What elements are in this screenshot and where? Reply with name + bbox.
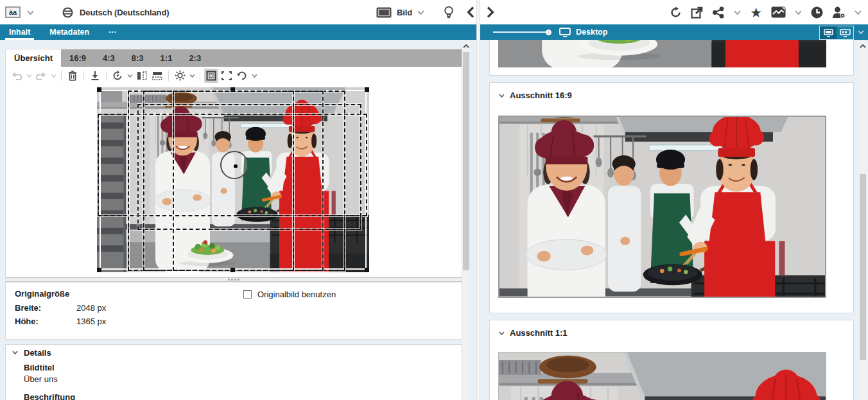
editor-image[interactable] bbox=[97, 87, 369, 272]
crop-frame-button[interactable] bbox=[220, 69, 234, 83]
chevron-right-icon[interactable] bbox=[487, 6, 494, 18]
crop-handle-s[interactable] bbox=[230, 268, 235, 272]
use-original-checkbox[interactable] bbox=[243, 290, 252, 299]
doc-type-label: Bild bbox=[397, 8, 412, 17]
chevron-down-icon[interactable] bbox=[858, 30, 864, 34]
language-compare-icon[interactable]: àa bbox=[5, 6, 21, 18]
preview-image-16-9[interactable] bbox=[498, 116, 826, 298]
preview-panel: Ausschnitt 16:9 Ausschnitt 1:1 bbox=[480, 40, 868, 400]
original-size-card: Originalgröße Breite: 2048 px Höhe: 1365… bbox=[5, 282, 462, 340]
left-scrollbar-thumb[interactable] bbox=[463, 52, 469, 270]
horizontal-splitter[interactable] bbox=[5, 277, 462, 282]
preview-toolbar: Desktop bbox=[480, 24, 868, 40]
ratio-tab-1-1[interactable]: 1:1 bbox=[152, 49, 181, 67]
crop-handle-se[interactable] bbox=[365, 268, 369, 272]
device-desktop-button[interactable] bbox=[820, 26, 837, 39]
chevron-down-icon[interactable] bbox=[855, 10, 862, 15]
delete-button[interactable] bbox=[65, 69, 80, 83]
chevron-down-icon[interactable] bbox=[188, 69, 196, 83]
tab-inhalt[interactable]: Inhalt bbox=[5, 24, 34, 40]
preview-card-1-1: Ausschnitt 1:1 bbox=[489, 320, 854, 400]
scroll-up-icon[interactable] bbox=[859, 42, 867, 51]
crop-handle-ne[interactable] bbox=[365, 87, 369, 92]
content-tab-bar: Inhalt Metadaten ··· bbox=[0, 24, 476, 40]
section-title-16-9[interactable]: Ausschnitt 16:9 bbox=[510, 91, 572, 100]
download-button[interactable] bbox=[88, 69, 102, 83]
collapse-chevron-icon[interactable] bbox=[12, 351, 18, 354]
height-label: Höhe: bbox=[15, 317, 39, 326]
star-icon[interactable]: ★ bbox=[750, 6, 762, 19]
chevron-down-icon[interactable] bbox=[126, 69, 134, 83]
original-size-heading: Originalgröße bbox=[15, 289, 69, 299]
tab-more[interactable]: ··· bbox=[105, 24, 121, 40]
app-window: àa Deutsch (Deutschland) Bild bbox=[0, 0, 868, 400]
preview-image-1-1[interactable] bbox=[498, 352, 826, 400]
chevron-left-icon[interactable] bbox=[467, 6, 474, 18]
details-heading[interactable]: Details bbox=[24, 348, 51, 358]
kitchen-photo bbox=[499, 117, 825, 297]
open-in-new-icon[interactable] bbox=[691, 6, 703, 19]
ratio-tab-4-3[interactable]: 4:3 bbox=[94, 49, 123, 67]
caption-label: Beschriftung bbox=[24, 392, 75, 400]
desktop-icon bbox=[559, 28, 571, 37]
kitchen-photo bbox=[499, 352, 826, 400]
ratio-tab-uebersicht[interactable]: Übersicht bbox=[6, 49, 61, 67]
right-scrollbar[interactable] bbox=[859, 42, 867, 400]
image-editor-stage bbox=[6, 84, 462, 277]
left-scrollbar[interactable] bbox=[462, 42, 470, 400]
globe-icon bbox=[62, 7, 73, 18]
flip-vertical-button[interactable] bbox=[150, 69, 164, 83]
chevron-down-icon[interactable] bbox=[49, 69, 57, 83]
undo-button[interactable] bbox=[10, 69, 24, 83]
device-comparison-button[interactable] bbox=[837, 26, 853, 39]
brightness-button[interactable] bbox=[173, 69, 187, 83]
chevron-down-icon[interactable] bbox=[417, 10, 424, 15]
width-label: Breite: bbox=[15, 303, 41, 313]
preview-card-16-9: Ausschnitt 16:9 bbox=[489, 82, 854, 313]
crop-handle-n[interactable] bbox=[230, 87, 235, 92]
chevron-down-icon[interactable] bbox=[250, 69, 258, 83]
image-title-value[interactable]: Über uns bbox=[24, 374, 58, 384]
use-original-label: Originalbild benutzen bbox=[257, 290, 336, 299]
refresh-icon[interactable] bbox=[670, 6, 682, 19]
ratio-tab-16-9[interactable]: 16:9 bbox=[61, 49, 94, 67]
locale-label: Deutsch (Deutschland) bbox=[80, 8, 169, 17]
chevron-down-icon[interactable] bbox=[795, 10, 802, 15]
image-editor-card: Übersicht 16:9 4:3 8:3 1:1 2:3 bbox=[5, 49, 462, 277]
image-title-label: Bildtitel bbox=[24, 363, 55, 372]
width-value: 2048 px bbox=[76, 303, 106, 313]
image-type-icon bbox=[376, 7, 392, 18]
collapse-chevron-icon[interactable] bbox=[499, 331, 505, 335]
crop-rect-2-3[interactable] bbox=[173, 91, 294, 271]
chevron-down-icon[interactable] bbox=[734, 10, 741, 15]
section-title-1-1[interactable]: Ausschnitt 1:1 bbox=[510, 328, 568, 338]
document-form-panel: Übersicht 16:9 4:3 8:3 1:1 2:3 bbox=[0, 40, 476, 400]
device-mode-group bbox=[819, 26, 854, 40]
rotate-button[interactable] bbox=[235, 69, 249, 83]
details-card: Details Bildtitel Über uns Beschriftung bbox=[5, 344, 462, 400]
ratio-tab-2-3[interactable]: 2:3 bbox=[180, 49, 209, 67]
reset-button[interactable] bbox=[110, 69, 125, 83]
chevron-down-icon[interactable] bbox=[25, 69, 33, 83]
crop-handle-nw[interactable] bbox=[97, 87, 101, 92]
tab-metadaten[interactable]: Metadaten bbox=[46, 24, 93, 40]
flip-horizontal-button[interactable] bbox=[135, 69, 149, 83]
image-preview-icon[interactable] bbox=[771, 6, 786, 18]
redo-button[interactable] bbox=[34, 69, 48, 83]
crop-focus-button[interactable] bbox=[204, 69, 218, 83]
zoom-slider[interactable] bbox=[493, 31, 548, 33]
crop-handle-sw[interactable] bbox=[97, 268, 101, 272]
focus-point[interactable] bbox=[220, 151, 248, 179]
preview-image-partial[interactable] bbox=[498, 40, 826, 67]
image-editor-toolbar bbox=[6, 67, 462, 84]
lightbulb-icon[interactable] bbox=[444, 6, 454, 19]
clock-icon[interactable] bbox=[811, 6, 823, 19]
right-scrollbar-thumb[interactable] bbox=[860, 174, 866, 360]
ratio-tab-8-3[interactable]: 8:3 bbox=[123, 49, 152, 67]
chevron-down-icon[interactable] bbox=[27, 10, 34, 15]
user-settings-icon[interactable] bbox=[832, 6, 846, 19]
share-icon[interactable] bbox=[712, 6, 725, 19]
collapse-chevron-icon[interactable] bbox=[499, 94, 505, 98]
scroll-up-icon[interactable] bbox=[462, 42, 470, 51]
height-value: 1365 px bbox=[76, 317, 106, 326]
